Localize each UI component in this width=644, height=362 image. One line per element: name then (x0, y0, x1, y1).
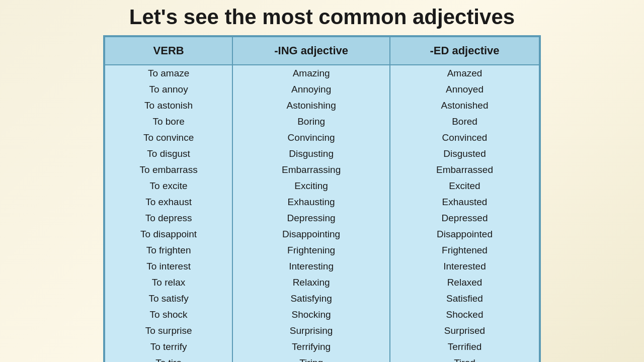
table-cell: Amazed (390, 65, 539, 81)
table-cell: Boring (232, 114, 390, 130)
table-cell: Excited (390, 178, 539, 194)
table-cell: To satisfy (105, 291, 232, 307)
table-cell: Annoyed (390, 81, 539, 98)
table-body: To amazeAmazingAmazedTo annoyAnnoyingAnn… (105, 65, 539, 362)
table-cell: Convincing (232, 130, 390, 146)
column-header-ed: -ED adjective (390, 37, 539, 65)
table-cell: Terrified (390, 339, 539, 355)
column-header-verb: VERB (105, 37, 232, 65)
table-cell: To astonish (105, 98, 232, 114)
table-cell: Surprised (390, 323, 539, 339)
table-cell: Terrifying (232, 339, 390, 355)
table-cell: To relax (105, 275, 232, 291)
vocabulary-table: VERB -ING adjective -ED adjective To ama… (104, 36, 540, 362)
table-cell: Exhausting (232, 194, 390, 210)
table-row: To disappointDisappointingDisappointed (105, 226, 539, 242)
table-cell: Astonished (390, 98, 539, 114)
table-cell: To excite (105, 178, 232, 194)
table-cell: To amaze (105, 65, 232, 81)
table-row: To annoyAnnoyingAnnoyed (105, 81, 539, 98)
table-cell: To terrify (105, 339, 232, 355)
table-row: To tireTiringTired (105, 355, 539, 362)
table-cell: To depress (105, 210, 232, 226)
table-row: To exciteExcitingExcited (105, 178, 539, 194)
table-cell: Frightened (390, 242, 539, 258)
table-cell: Disappointed (390, 226, 539, 242)
table-cell: Embarrassed (390, 162, 539, 178)
table-cell: Amazing (232, 65, 390, 81)
table-cell: To exhaust (105, 194, 232, 210)
table-cell: Astonishing (232, 98, 390, 114)
table-cell: Frightening (232, 242, 390, 258)
table-cell: To annoy (105, 81, 232, 98)
table-row: To relaxRelaxingRelaxed (105, 275, 539, 291)
table-cell: Exciting (232, 178, 390, 194)
table-row: To satisfySatisfyingSatisfied (105, 291, 539, 307)
table-cell: Shocked (390, 307, 539, 323)
table-row: To convinceConvincingConvinced (105, 130, 539, 146)
table-cell: Interesting (232, 258, 390, 275)
table-row: To embarrassEmbarrassingEmbarrassed (105, 162, 539, 178)
table-cell: Relaxed (390, 275, 539, 291)
table-cell: To frighten (105, 242, 232, 258)
column-header-ing: -ING adjective (232, 37, 390, 65)
page-title: Let's see the most common adjectives (0, 0, 644, 35)
table-cell: Convinced (390, 130, 539, 146)
table-row: To astonishAstonishingAstonished (105, 98, 539, 114)
table-cell: Disappointing (232, 226, 390, 242)
table-row: To exhaustExhaustingExhausted (105, 194, 539, 210)
table-cell: To disgust (105, 146, 232, 162)
vocabulary-table-container: VERB -ING adjective -ED adjective To ama… (103, 35, 541, 362)
table-cell: Depressing (232, 210, 390, 226)
table-cell: Disgusted (390, 146, 539, 162)
table-row: To shockShockingShocked (105, 307, 539, 323)
table-cell: To bore (105, 114, 232, 130)
table-row: To disgustDisgustingDisgusted (105, 146, 539, 162)
table-row: To depressDepressingDepressed (105, 210, 539, 226)
table-cell: To convince (105, 130, 232, 146)
table-row: To boreBoringBored (105, 114, 539, 130)
table-cell: Disgusting (232, 146, 390, 162)
table-cell: Depressed (390, 210, 539, 226)
table-cell: Relaxing (232, 275, 390, 291)
table-cell: To surprise (105, 323, 232, 339)
table-cell: Exhausted (390, 194, 539, 210)
table-cell: Shocking (232, 307, 390, 323)
table-cell: To shock (105, 307, 232, 323)
table-cell: Tiring (232, 355, 390, 362)
table-cell: Tired (390, 355, 539, 362)
table-cell: Bored (390, 114, 539, 130)
table-cell: Annoying (232, 81, 390, 98)
table-cell: Satisfied (390, 291, 539, 307)
table-cell: Embarrassing (232, 162, 390, 178)
table-cell: To tire (105, 355, 232, 362)
table-cell: Surprising (232, 323, 390, 339)
table-cell: To disappoint (105, 226, 232, 242)
table-cell: Satisfying (232, 291, 390, 307)
table-cell: To interest (105, 258, 232, 275)
table-cell: Interested (390, 258, 539, 275)
table-row: To interestInterestingInterested (105, 258, 539, 275)
table-cell: To embarrass (105, 162, 232, 178)
table-row: To frightenFrighteningFrightened (105, 242, 539, 258)
table-row: To terrifyTerrifyingTerrified (105, 339, 539, 355)
table-row: To amazeAmazingAmazed (105, 65, 539, 81)
table-row: To surpriseSurprisingSurprised (105, 323, 539, 339)
table-header-row: VERB -ING adjective -ED adjective (105, 37, 539, 65)
